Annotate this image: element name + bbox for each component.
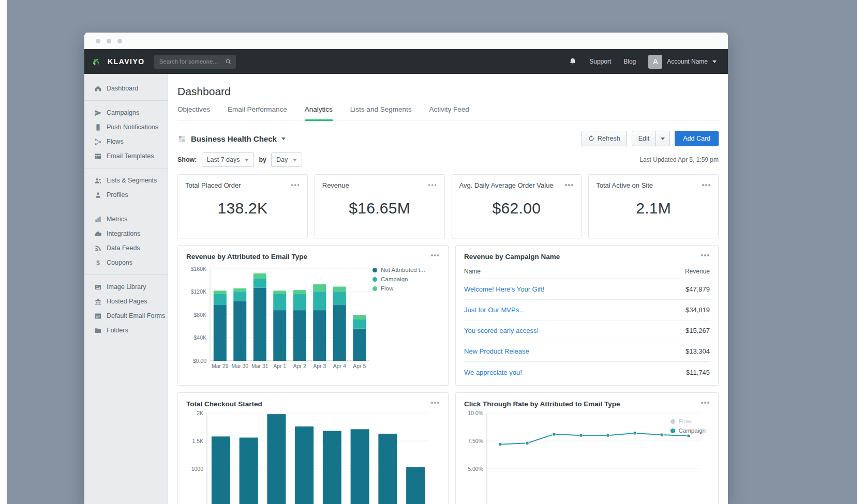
klaviyo-logo[interactable]: KLAVIYO <box>93 55 145 68</box>
main-content: Dashboard ObjectivesEmail PerformanceAna… <box>168 74 728 504</box>
sidebar-item-coupons[interactable]: $Coupons <box>84 255 168 270</box>
sidebar-item-campaigns[interactable]: Campaigns <box>84 105 168 120</box>
sidebar-item-email-templates[interactable]: Email Templates <box>84 149 168 163</box>
tab-analytics[interactable]: Analytics <box>305 105 333 121</box>
svg-text:Mar 30: Mar 30 <box>231 363 248 369</box>
campaign-link[interactable]: You scored early access! <box>464 327 539 334</box>
sidebar-item-folders[interactable]: Folders <box>84 323 168 338</box>
card-menu-icon[interactable] <box>431 400 440 405</box>
grid-icon <box>177 134 186 143</box>
svg-text:1000: 1000 <box>191 466 204 472</box>
card-menu-icon[interactable] <box>428 182 437 188</box>
card-click-through-rate: Click Through Rate by Attributed to Emai… <box>455 392 719 504</box>
sidebar-item-flows[interactable]: Flows <box>84 134 168 149</box>
top-navbar: KLAVIYO Support Blog A Account Name <box>84 49 728 74</box>
sidebar: DashboardCampaignsPush NotificationsFlow… <box>84 74 168 504</box>
table-row: Just for Our MVPs...$34,819 <box>464 300 710 320</box>
refresh-button[interactable]: Refresh <box>582 131 627 146</box>
svg-text:Apr 3: Apr 3 <box>313 363 326 369</box>
form-icon <box>94 312 102 320</box>
campaign-link[interactable]: New Product Release <box>464 347 529 355</box>
tab-email-performance[interactable]: Email Performance <box>228 105 287 120</box>
nav-link-support[interactable]: Support <box>589 58 611 65</box>
sidebar-item-dashboard[interactable]: Dashboard <box>84 81 168 96</box>
campaign-link[interactable]: Welcome! Here's Your Gift! <box>464 285 544 293</box>
tab-lists-and-segments[interactable]: Lists and Segments <box>350 105 412 120</box>
svg-text:$120K: $120K <box>191 288 206 295</box>
dashboard-toolbar: Business Health Check Refresh Edit Add C… <box>177 131 719 146</box>
add-card-button[interactable]: Add Card <box>675 131 719 146</box>
legend-label: Not Attributed t... <box>381 267 425 273</box>
stat-title: Total Placed Order <box>185 181 300 189</box>
stat-title: Revenue <box>322 181 437 189</box>
search-input[interactable] <box>159 58 225 65</box>
sidebar-item-hosted-pages[interactable]: Hosted Pages <box>84 294 168 309</box>
avatar[interactable]: A <box>648 55 662 69</box>
board-title: Business Health Check <box>191 134 277 143</box>
legend-item-campaign[interactable]: Campaign <box>671 427 706 434</box>
sidebar-item-metrics[interactable]: Metrics <box>84 212 168 226</box>
sidebar-item-default-email-forms[interactable]: Default Email Forms <box>84 309 168 323</box>
tab-activity-feed[interactable]: Activity Feed <box>429 105 469 120</box>
legend-item-flow[interactable]: Flow <box>671 418 706 424</box>
legend-item-not-attributed-t[interactable]: Not Attributed t... <box>373 267 440 273</box>
sidebar-item-profiles[interactable]: Profiles <box>84 188 168 202</box>
refresh-label: Refresh <box>598 135 620 142</box>
filter-bar: Show: Last 7 days by Day Last Updated Ap… <box>177 152 719 167</box>
sidebar-item-image-library[interactable]: Image Library <box>84 280 168 294</box>
bell-icon[interactable] <box>569 57 577 66</box>
table-header: NameRevenue <box>464 264 710 279</box>
sidebar-item-push-notifications[interactable]: Push Notifications <box>84 120 168 134</box>
board-selector[interactable]: Business Health Check <box>177 134 286 143</box>
legend-item-flow[interactable]: Flow <box>373 285 440 292</box>
backdrop: KLAVIYO Support Blog A Account Name Dash… <box>7 0 857 504</box>
table-row: Welcome! Here's Your Gift!$47,879 <box>464 279 710 300</box>
interval-select[interactable]: Day <box>271 152 302 167</box>
navbar-search[interactable] <box>154 55 236 69</box>
show-label: Show: <box>177 156 197 163</box>
legend-dot-icon <box>373 286 377 291</box>
legend-item-campaign[interactable]: Campaign <box>373 276 440 282</box>
campaign-link[interactable]: Just for Our MVPs... <box>464 306 525 314</box>
card-menu-icon[interactable] <box>431 253 440 258</box>
klaviyo-flag-icon <box>93 55 103 68</box>
chart-legend: Not Attributed t...CampaignFlow <box>373 265 440 373</box>
card-menu-icon[interactable] <box>565 182 574 188</box>
card-menu-icon[interactable] <box>701 253 710 258</box>
svg-text:Apr 2: Apr 2 <box>293 363 306 369</box>
sidebar-item-data-feeds[interactable]: Data Feeds <box>84 241 168 255</box>
account-menu[interactable]: A Account Name <box>648 55 717 69</box>
sidebar-item-label: Push Notifications <box>107 124 158 131</box>
sidebar-item-label: Hosted Pages <box>107 298 147 305</box>
window-control-dot[interactable] <box>107 39 111 43</box>
card-menu-icon[interactable] <box>702 182 711 188</box>
navbar-right: Support Blog A Account Name <box>569 55 717 69</box>
folder-icon <box>94 327 102 334</box>
sidebar-item-label: Default Email Forms <box>107 312 165 319</box>
edit-button[interactable]: Edit <box>632 131 657 146</box>
date-range-select[interactable]: Last 7 days <box>202 152 255 167</box>
sidebar-item-label: Lists & Segments <box>107 177 157 184</box>
nav-link-blog[interactable]: Blog <box>623 58 636 65</box>
browser-window: KLAVIYO Support Blog A Account Name Dash… <box>84 33 728 504</box>
window-control-dot[interactable] <box>96 39 100 43</box>
card-menu-icon[interactable] <box>701 400 710 405</box>
campaign-link[interactable]: We appreciate you! <box>464 369 522 376</box>
legend-dot-icon <box>671 429 675 433</box>
table-row: We appreciate you!$11,745 <box>464 362 710 383</box>
card-menu-icon[interactable] <box>291 182 300 188</box>
tab-objectives[interactable]: Objectives <box>177 105 210 120</box>
window-control-dot[interactable] <box>117 39 122 43</box>
svg-text:10.0%: 10.0% <box>468 410 483 416</box>
stacked-bar-chart: $160K$120K$80K$40K$0.00Mar 29Mar 30Mar 3… <box>186 265 373 373</box>
edit-dropdown-button[interactable] <box>656 131 670 146</box>
sidebar-item-integrations[interactable]: Integrations <box>84 226 168 241</box>
phone-icon <box>94 124 102 131</box>
card-title: Total Checkout Started <box>186 400 262 408</box>
stat-card-revenue: Revenue$16.65M <box>315 174 445 238</box>
stat-value: 138.2K <box>185 200 300 217</box>
svg-text:Apr 1: Apr 1 <box>273 363 286 369</box>
svg-text:Mar 29: Mar 29 <box>212 363 229 369</box>
legend-label: Campaign <box>679 427 706 434</box>
sidebar-item-lists-segments[interactable]: Lists & Segments <box>84 173 168 188</box>
